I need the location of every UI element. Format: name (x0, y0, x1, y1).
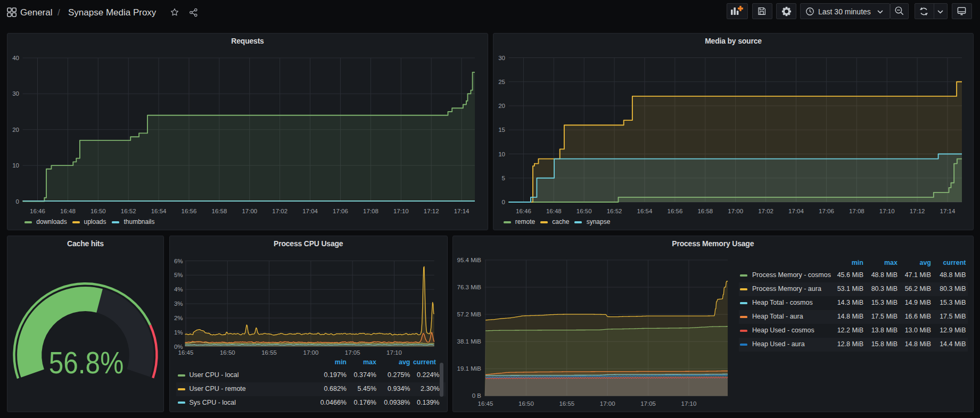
svg-text:17:00: 17:00 (728, 208, 743, 214)
svg-text:16:56: 16:56 (668, 208, 683, 214)
svg-text:0: 0 (502, 199, 505, 205)
svg-text:17:00: 17:00 (303, 349, 318, 356)
svg-text:17:04: 17:04 (302, 208, 318, 214)
svg-text:15: 15 (498, 127, 505, 133)
svg-text:38.1 MiB: 38.1 MiB (457, 338, 481, 345)
svg-text:16:50: 16:50 (219, 349, 235, 356)
svg-text:56.8%: 56.8% (49, 346, 123, 380)
svg-text:57.2 MiB: 57.2 MiB (457, 311, 481, 317)
svg-text:0: 0 (16, 198, 19, 205)
svg-text:20: 20 (12, 127, 19, 133)
svg-text:17:10: 17:10 (386, 349, 402, 356)
svg-text:20: 20 (498, 103, 505, 109)
svg-text:16:52: 16:52 (607, 208, 622, 214)
svg-text:16:55: 16:55 (559, 400, 574, 407)
svg-text:16:46: 16:46 (516, 208, 531, 214)
svg-text:19.1 MiB: 19.1 MiB (457, 365, 481, 372)
svg-text:16:50: 16:50 (518, 400, 534, 407)
svg-text:16:50: 16:50 (577, 208, 592, 214)
svg-text:16:56: 16:56 (182, 208, 197, 214)
svg-text:5: 5 (502, 175, 505, 181)
svg-text:4%: 4% (174, 286, 183, 292)
svg-text:16:48: 16:48 (546, 208, 562, 214)
svg-text:17:00: 17:00 (599, 400, 615, 407)
svg-text:17:10: 17:10 (879, 208, 895, 214)
svg-text:16:58: 16:58 (697, 208, 713, 214)
svg-text:17:02: 17:02 (758, 208, 773, 214)
svg-text:5%: 5% (174, 272, 183, 278)
svg-text:17:08: 17:08 (363, 208, 378, 214)
svg-text:17:12: 17:12 (910, 208, 925, 214)
svg-text:16:58: 16:58 (212, 208, 227, 214)
svg-text:17:10: 17:10 (393, 208, 409, 214)
svg-text:2%: 2% (174, 315, 183, 321)
svg-text:30: 30 (12, 90, 19, 97)
svg-text:17:14: 17:14 (940, 208, 956, 214)
svg-text:16:55: 16:55 (261, 349, 277, 356)
svg-text:17:05: 17:05 (640, 400, 656, 407)
svg-text:1%: 1% (174, 329, 183, 336)
svg-text:17:14: 17:14 (454, 208, 470, 214)
svg-text:0%: 0% (174, 344, 183, 350)
svg-text:6%: 6% (174, 258, 183, 264)
svg-text:0 B: 0 B (472, 392, 481, 399)
svg-text:16:52: 16:52 (121, 208, 136, 214)
svg-text:25: 25 (498, 79, 505, 85)
svg-text:76.3 MiB: 76.3 MiB (457, 284, 481, 290)
svg-text:16:45: 16:45 (178, 349, 193, 356)
svg-text:10: 10 (498, 151, 505, 157)
svg-text:17:08: 17:08 (849, 208, 864, 214)
svg-text:17:06: 17:06 (819, 208, 834, 214)
svg-text:17:06: 17:06 (333, 208, 348, 214)
svg-text:17:02: 17:02 (272, 208, 287, 214)
svg-text:40: 40 (12, 55, 19, 61)
svg-text:16:50: 16:50 (90, 208, 106, 214)
svg-text:17:00: 17:00 (242, 208, 257, 214)
svg-text:3%: 3% (174, 300, 183, 307)
svg-text:10: 10 (12, 162, 19, 169)
svg-text:17:04: 17:04 (788, 208, 804, 214)
svg-text:95.4 MiB: 95.4 MiB (457, 257, 481, 263)
svg-text:16:48: 16:48 (60, 208, 76, 214)
svg-text:16:54: 16:54 (151, 208, 167, 214)
svg-text:16:46: 16:46 (30, 208, 45, 214)
svg-text:16:45: 16:45 (477, 400, 493, 407)
svg-text:17:12: 17:12 (424, 208, 439, 214)
svg-text:16:54: 16:54 (637, 208, 653, 214)
svg-text:17:05: 17:05 (344, 349, 360, 356)
svg-text:17:10: 17:10 (681, 400, 696, 407)
svg-text:30: 30 (498, 55, 505, 61)
